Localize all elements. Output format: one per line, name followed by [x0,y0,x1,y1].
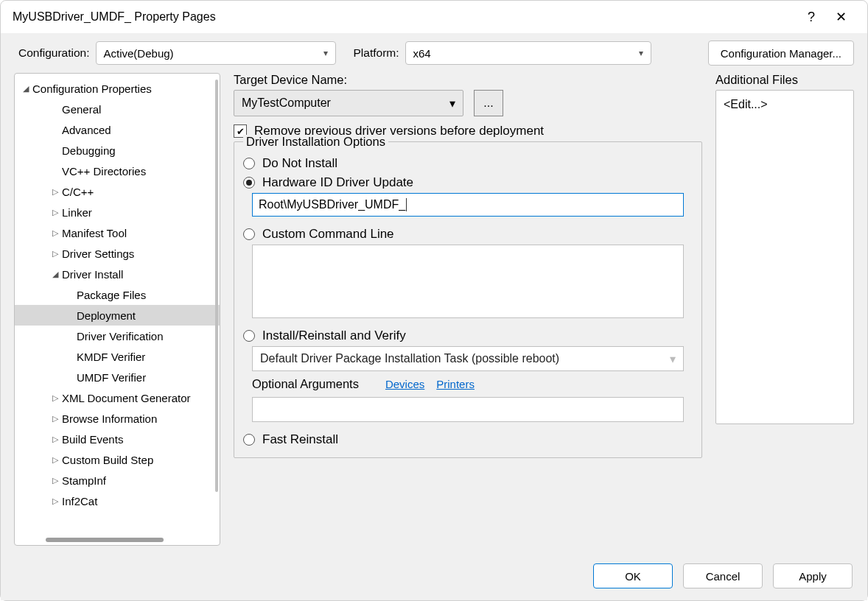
target-device-label: Target Device Name: [234,73,702,87]
hardware-id-value: Root\MyUSBDriver_UMDF_ [259,198,405,211]
tree-item[interactable]: KMDF Verifier [15,346,220,367]
configuration-combo[interactable]: Active(Debug) ▾ [96,41,336,65]
tree-item[interactable]: ▷Browse Information [15,408,220,429]
tree-item-label: C/C++ [62,186,94,198]
tree-item[interactable]: ▷Custom Build Step [15,449,220,470]
tree-item-label: Manifest Tool [62,227,127,239]
cancel-button[interactable]: Cancel [683,563,763,588]
hscrollbar[interactable] [46,538,164,542]
chevron-down-icon: ▾ [323,48,328,58]
tree-item[interactable]: Package Files [15,284,220,305]
hardware-id-input[interactable]: Root\MyUSBDriver_UMDF_ [252,193,684,217]
radio-icon [243,158,255,169]
vscrollbar[interactable] [215,80,218,492]
expand-icon: ▷ [50,187,60,197]
expand-icon: ▷ [50,414,60,423]
expand-icon: ▷ [50,208,60,217]
tree-item[interactable]: VC++ Directories [15,161,220,181]
chevron-down-icon: ▾ [639,48,643,58]
help-button[interactable]: ? [797,10,826,25]
optional-arguments-input[interactable] [252,397,684,422]
radio-hardware-id[interactable]: Hardware ID Driver Update [243,175,693,190]
radio-icon [243,177,255,189]
expand-icon: ▷ [50,455,60,465]
tree-item[interactable]: Deployment [15,305,220,326]
apply-button[interactable]: Apply [773,563,853,588]
platform-label: Platform: [354,46,399,60]
tree-item-label: KMDF Verifier [77,351,145,363]
deployment-panel: Target Device Name: MyTestComputer ▾ ...… [234,73,702,546]
topbar: Configuration: Active(Debug) ▾ Platform:… [1,33,867,73]
tree-item-label: Inf2Cat [62,495,97,507]
radio-install-verify[interactable]: Install/Reinstall and Verify [243,328,693,343]
tree-item-label: StampInf [62,474,106,487]
tree-item-label: Build Events [62,433,123,446]
dialog-footer: OK Cancel Apply [1,553,867,600]
main-panel: Target Device Name: MyTestComputer ▾ ...… [234,73,854,546]
tree-item[interactable]: UMDF Verifier [15,367,220,387]
tree-item[interactable]: ◢Driver Install [15,264,220,284]
devices-link[interactable]: Devices [385,378,424,390]
radio-custom-command[interactable]: Custom Command Line [243,227,693,242]
expand-icon: ▷ [50,393,60,403]
custom-command-input[interactable] [252,245,684,318]
tree-item-label: Driver Verification [77,330,164,342]
tree-item-label: General [62,103,101,116]
radio-fast-reinstall[interactable]: Fast Reinstall [243,432,693,447]
tree-item[interactable]: ▷XML Document Generator [15,387,220,408]
configuration-value: Active(Debug) [104,47,174,60]
browse-device-button[interactable]: ... [474,90,503,116]
tree-item[interactable]: ▷Linker [15,202,220,222]
radio-icon [243,330,255,342]
tree-item-label: Linker [62,206,92,219]
tree-item-label: Package Files [77,289,146,301]
text-caret [406,198,407,211]
radio-label: Custom Command Line [262,227,394,242]
radio-label: Do Not Install [262,156,337,171]
close-button[interactable]: ✕ [826,9,855,25]
properties-tree[interactable]: ◢ Configuration Properties GeneralAdvanc… [14,73,220,546]
target-device-value: MyTestComputer [242,96,331,110]
radio-label: Install/Reinstall and Verify [262,328,406,343]
tree-item[interactable]: ▷Manifest Tool [15,222,220,243]
additional-files-list[interactable]: <Edit...> [715,90,854,424]
tree-item[interactable]: ▷Inf2Cat [15,491,220,511]
chevron-down-icon: ▾ [449,96,455,110]
tree-item-label: Deployment [77,309,136,322]
tree-item[interactable]: ▷Build Events [15,429,220,449]
ok-button[interactable]: OK [593,563,673,588]
configuration-manager-button[interactable]: Configuration Manager... [708,41,854,66]
platform-combo[interactable]: x64 ▾ [405,41,651,65]
tree-item-label: Advanced [62,124,111,136]
tree-item-label: Browse Information [62,412,157,425]
chevron-down-icon: ▾ [670,352,676,366]
property-pages-dialog: MyUSBDriver_UMDF_ Property Pages ? ✕ Con… [0,0,868,601]
radio-do-not-install[interactable]: Do Not Install [243,156,693,171]
radio-label: Hardware ID Driver Update [262,175,413,190]
target-device-combo[interactable]: MyTestComputer ▾ [234,90,463,116]
driver-install-options-group: Driver Installation Options Do Not Insta… [234,141,702,458]
expand-icon: ▷ [50,435,60,444]
printers-link[interactable]: Printers [436,378,475,390]
dialog-title: MyUSBDriver_UMDF_ Property Pages [13,10,216,24]
tree-item-label: UMDF Verifier [77,371,146,384]
expand-icon: ▷ [50,476,60,485]
radio-label: Fast Reinstall [262,432,338,447]
tree-item[interactable]: General [15,99,220,119]
tree-root[interactable]: ◢ Configuration Properties [15,78,220,99]
tree-item[interactable]: ▷Driver Settings [15,243,220,264]
tree-item-label: Debugging [62,144,116,157]
tree-item-label: Configuration Properties [32,82,152,95]
tree-item[interactable]: ▷StampInf [15,470,220,491]
radio-icon [243,228,255,240]
tree-item-label: Custom Build Step [62,454,153,466]
tree-item[interactable]: Driver Verification [15,326,220,346]
platform-value: x64 [413,47,431,60]
tree-item[interactable]: Advanced [15,119,220,140]
expand-icon: ▷ [50,228,60,238]
tree-item[interactable]: ▷C/C++ [15,181,220,202]
tree-item[interactable]: Debugging [15,140,220,161]
install-task-combo[interactable]: Default Driver Package Installation Task… [252,346,684,371]
collapse-icon: ◢ [50,270,60,279]
group-legend: Driver Installation Options [243,135,388,149]
